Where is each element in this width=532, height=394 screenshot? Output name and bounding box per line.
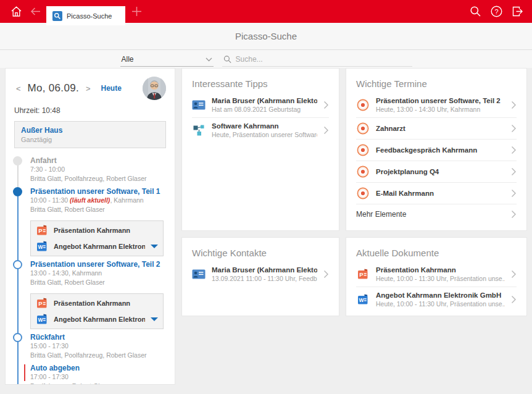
attachment-card: Präsentation Kahrmann Angebot Kahrmann E… (30, 293, 164, 329)
attachment-row[interactable]: Angebot Kahrmann Elektronik GmbH (36, 238, 158, 254)
appointment-item[interactable]: Präsentation unserer Software, Teil 2 He… (356, 93, 517, 117)
contact-item[interactable]: Maria Bruser (Kahrmann Elektonik G... 13… (192, 262, 329, 287)
timeline-marker-future (13, 260, 22, 269)
timeline-marker-current (13, 187, 22, 196)
appointment-time: 17:00 - 17:30 (30, 372, 166, 382)
search-icon[interactable] (469, 5, 482, 18)
search-input[interactable] (236, 55, 411, 64)
logout-icon[interactable] (511, 5, 524, 18)
appointment-title[interactable]: Präsentation unserer Software, Teil 2 (30, 260, 166, 269)
powerpoint-icon (357, 268, 369, 280)
attachment-card: Präsentation Kahrmann Angebot Kahrmann E… (30, 220, 164, 256)
appointment-item[interactable]: E-Mail Kahrmann (356, 182, 517, 204)
tab-search-icon (52, 11, 62, 21)
timeline-marker-past (13, 156, 22, 166)
home-icon[interactable] (10, 5, 23, 18)
appointment-item[interactable]: Feedbackgespräch Kahrmann (356, 139, 517, 161)
tip-item[interactable]: Maria Bruser (Kahrmann Elektonik G... Ha… (192, 93, 329, 117)
today-link[interactable]: Heute (101, 84, 122, 93)
allday-appointment[interactable]: Außer Haus Ganztägig (14, 121, 166, 148)
attachment-row[interactable]: Angebot Kahrmann Elektronik GmbH (36, 311, 158, 327)
expand-caret-icon[interactable] (151, 317, 158, 321)
chevron-right-icon (323, 270, 329, 279)
timeline-entry: Präsentation unserer Software, Teil 1 10… (14, 187, 166, 256)
powerpoint-icon (36, 297, 48, 309)
document-item[interactable]: Präsentation Kahrmann Heute, 10:00 - 11:… (356, 262, 517, 287)
word-icon (357, 293, 369, 306)
appointment-title[interactable]: Präsentation unserer Software, Teil 1 (30, 187, 166, 196)
tab-picasso-suche[interactable]: Picasso-Suche (46, 6, 125, 25)
chevron-right-icon (323, 126, 329, 135)
chevron-right-icon (511, 189, 517, 198)
tip-item[interactable]: Software Kahrmann Heute, Präsentation un… (192, 117, 329, 143)
contact-card-icon (192, 99, 206, 111)
chevron-right-icon (511, 295, 517, 304)
top-bar: Picasso-Suche ? (0, 0, 532, 23)
documents-panel: Aktuelle Dokumente Präsentation Kahrmann… (346, 237, 527, 316)
next-day-button[interactable]: > (84, 83, 93, 94)
appointment-people: Britta Glatt, Poolfahrzeug, Robert Glase… (30, 351, 166, 360)
appointment-time: 7:30 - 10:00 (30, 165, 166, 174)
more-elements-button[interactable]: Mehr Elemente (356, 204, 517, 223)
appointment-item[interactable]: Zahnarzt (356, 117, 517, 139)
appointment-title[interactable]: Auto abgeben (30, 364, 166, 372)
appointment-people: Britta Glatt, Poolfahrzeug, Robert Glase… (30, 174, 166, 183)
chevron-right-icon (511, 270, 517, 279)
date-label: Mo, 06.09. (28, 82, 79, 94)
help-icon[interactable]: ? (490, 5, 503, 18)
prev-day-button[interactable]: < (14, 83, 23, 94)
timeline-entry: Rückfahrt 15:00 - 17:30 Britta Glatt, Po… (14, 333, 166, 360)
appointment-time: 10:00 - 11:30 (läuft aktuell), Kahrmann (30, 196, 166, 205)
attachment-row[interactable]: Präsentation Kahrmann (36, 222, 158, 238)
appointment-item[interactable]: Projektplanung Q4 (356, 161, 517, 182)
tips-panel: Interessante Tipps Maria Bruser (Kahrman… (181, 68, 339, 231)
tab-label: Picasso-Suche (67, 12, 112, 20)
chevron-right-icon (511, 101, 517, 109)
allday-subtitle: Ganztägig (21, 136, 159, 143)
header-divider (0, 49, 532, 50)
main-content: < Mo, 06.09. > Heute Uhrzeit: (0, 68, 532, 385)
appointment-time: 13:00 - 14:30, Kahrmann (30, 269, 166, 278)
svg-text:?: ? (494, 8, 498, 15)
search-scope-select[interactable]: Alle (120, 53, 214, 67)
panel-title: Wichtige Kontakte (192, 248, 329, 258)
timeline-marker-future (13, 333, 22, 342)
document-item[interactable]: Angebot Kahrmann Elektronik GmbH Heute, … (356, 287, 517, 312)
chevron-down-icon (206, 57, 212, 62)
search-field[interactable] (222, 53, 412, 67)
appointment-target-icon (357, 166, 369, 178)
page-title: Picasso-Suche (0, 23, 532, 41)
new-tab-plus-icon[interactable] (130, 5, 143, 18)
search-input-icon (223, 55, 231, 64)
attachment-row[interactable]: Präsentation Kahrmann (36, 295, 158, 311)
timeline-entry: Präsentation unserer Software, Teil 2 13… (14, 260, 166, 329)
page-header: Picasso-Suche Alle (0, 23, 532, 68)
panel-title: Aktuelle Dokumente (356, 248, 517, 258)
word-icon (36, 240, 48, 253)
appointment-title[interactable]: Anfahrt (30, 156, 166, 165)
appointment-people: Britta Glatt, Robert Glaser (30, 278, 166, 287)
avatar[interactable] (143, 77, 166, 100)
panel-title: Wichtige Termine (356, 78, 517, 89)
appointment-target-icon (357, 122, 369, 135)
powerpoint-icon (36, 224, 48, 237)
appointment-time: 15:00 - 17:30 (30, 342, 166, 351)
org-chart-icon (193, 124, 205, 136)
appointments-panel: Wichtige Termine Präsentation unserer So… (346, 68, 527, 231)
timeline-entry: Anfahrt 7:30 - 10:00 Britta Glatt, Poolf… (14, 156, 166, 183)
chevron-right-icon (511, 146, 517, 154)
timeline-entry: Auto abgeben 17:00 - 17:30 Poolfahrzeug,… (14, 364, 166, 385)
agenda-panel: < Mo, 06.09. > Heute Uhrzeit: (5, 68, 175, 385)
chevron-right-icon (511, 124, 517, 133)
expand-caret-icon[interactable] (151, 245, 158, 248)
contacts-panel: Wichtige Kontakte Maria Bruser (Kahrmann… (181, 237, 339, 316)
chevron-right-icon (323, 101, 329, 109)
appointment-title[interactable]: Rückfahrt (30, 333, 166, 342)
appointment-people: Britta Glatt, Robert Glaser (30, 205, 166, 214)
appointment-target-icon (357, 99, 369, 111)
conflict-flag-bar (24, 364, 25, 381)
chevron-right-icon (511, 167, 517, 176)
back-icon[interactable] (29, 5, 42, 18)
appointment-target-icon (357, 187, 369, 199)
timeline: Anfahrt 7:30 - 10:00 Britta Glatt, Poolf… (14, 156, 166, 385)
